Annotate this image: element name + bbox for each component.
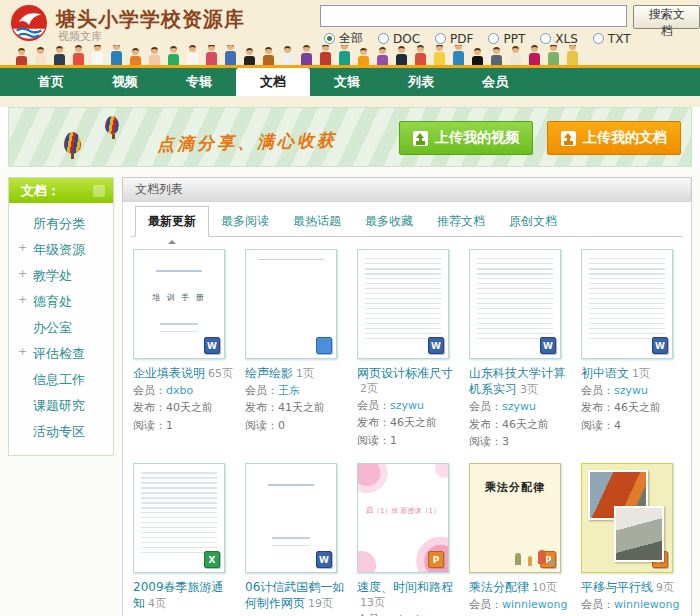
- upload-document-button[interactable]: 上传我的文档: [547, 121, 681, 155]
- file-type-icon: W: [316, 551, 332, 568]
- site-subtitle: 视频文库: [58, 29, 102, 44]
- tab-hot-topics[interactable]: 最热话题: [281, 207, 353, 236]
- expand-plus-icon[interactable]: +: [18, 345, 27, 358]
- search-area: 搜索文档: [320, 5, 700, 29]
- radio-icon[interactable]: [378, 33, 389, 44]
- sidebar-item-label: 德育处: [33, 294, 72, 309]
- filter-label: DOC: [393, 32, 420, 46]
- document-title-link[interactable]: 乘法分配律: [469, 580, 529, 594]
- filter-pdf[interactable]: PDF: [435, 32, 473, 46]
- expand-plus-icon[interactable]: +: [18, 241, 27, 254]
- member-link[interactable]: 王东: [278, 384, 300, 397]
- sidebar-item-label: 信息工作: [33, 372, 85, 387]
- reads-row: 阅读：1: [357, 434, 457, 448]
- sidebar: 文档： 所有分类 +年级资源 +教学处 +德育处 办公室 +评估检查 信息工作 …: [8, 177, 114, 456]
- document-caption: 速度、时间和路程13页 会员：winniewong 发布：71天之前: [357, 579, 457, 616]
- upload-video-button[interactable]: 上传我的视频: [399, 121, 533, 155]
- sidebar-item-info-work[interactable]: 信息工作: [9, 367, 113, 393]
- radio-icon[interactable]: [435, 33, 446, 44]
- nav-item-collection[interactable]: 文辑: [310, 68, 384, 96]
- reads-label: 阅读：: [581, 419, 614, 432]
- reads-label: 阅读：: [245, 419, 278, 432]
- nav-item-video[interactable]: 视频: [88, 68, 162, 96]
- sidebar-item-activity-zone[interactable]: 活动专区: [9, 419, 113, 445]
- nav-item-list[interactable]: 列表: [384, 68, 458, 96]
- document-caption: 2009春季旅游通知4页 会员：szywu 发布：46天之前: [133, 579, 233, 616]
- file-type-icon: P: [540, 551, 556, 568]
- radio-icon[interactable]: [324, 33, 335, 44]
- sidebar-header: 文档：: [9, 178, 113, 203]
- document-thumbnail[interactable]: W: [357, 249, 449, 359]
- member-link[interactable]: szywu: [390, 399, 424, 412]
- filter-doc[interactable]: DOC: [378, 32, 420, 46]
- document-title-link[interactable]: 2009春季旅游通知: [133, 580, 224, 610]
- tab-recommended[interactable]: 推荐文档: [425, 207, 497, 236]
- person-figure: [339, 45, 350, 65]
- filter-all[interactable]: 全部: [324, 30, 363, 47]
- document-thumbnail[interactable]: 四（1）班 新授课（1） P: [357, 463, 449, 573]
- person-figure: [73, 45, 84, 65]
- balloon-icon: [105, 116, 119, 134]
- tab-latest-updates[interactable]: 最新更新: [135, 206, 209, 237]
- file-type-icon: W: [540, 337, 556, 354]
- radio-icon[interactable]: [540, 33, 551, 44]
- member-link[interactable]: winniewong: [614, 598, 680, 611]
- radio-icon[interactable]: [593, 33, 604, 44]
- document-title-link[interactable]: 企业填表说明: [133, 366, 205, 380]
- document-thumbnail[interactable]: W: [581, 249, 673, 359]
- document-caption: 绘声绘影1页 会员：王东 发布：41天之前 阅读：0: [245, 365, 345, 433]
- filter-txt[interactable]: TXT: [593, 32, 631, 46]
- document-thumbnail[interactable]: P: [581, 463, 673, 573]
- reads-row: 阅读：3: [469, 435, 569, 449]
- nav-item-home[interactable]: 首页: [14, 68, 88, 96]
- expand-plus-icon[interactable]: +: [18, 293, 27, 306]
- reads-row: 阅读：4: [581, 419, 681, 433]
- document-thumbnail[interactable]: X: [133, 463, 225, 573]
- sidebar-item-research[interactable]: 课题研究: [9, 393, 113, 419]
- filter-ppt[interactable]: PPT: [488, 32, 525, 46]
- member-link[interactable]: szywu: [614, 384, 648, 397]
- thumbnail-text: 乘法分配律: [470, 480, 560, 495]
- upload-arrow-icon: [413, 131, 428, 146]
- document-thumbnail[interactable]: W: [245, 463, 337, 573]
- reads-value: 4: [614, 419, 621, 432]
- member-link[interactable]: winniewong: [502, 598, 568, 611]
- document-title-link[interactable]: 绘声绘影: [245, 366, 293, 380]
- tab-original[interactable]: 原创文档: [497, 207, 569, 236]
- sidebar-item-grade-resources[interactable]: +年级资源: [9, 237, 113, 263]
- document-thumbnail[interactable]: 乘法分配律 P: [469, 463, 561, 573]
- document-thumbnail[interactable]: W: [469, 249, 561, 359]
- document-thumbnail[interactable]: [245, 249, 337, 359]
- document-title-link[interactable]: 速度、时间和路程: [357, 580, 453, 594]
- nav-item-album[interactable]: 专辑: [162, 68, 236, 96]
- member-row: 会员：winniewong: [469, 598, 569, 612]
- tab-most-read[interactable]: 最多阅读: [209, 207, 281, 236]
- nav-item-documents[interactable]: 文档: [236, 68, 310, 96]
- search-input[interactable]: [320, 5, 627, 27]
- radio-icon[interactable]: [488, 33, 499, 44]
- filter-xls[interactable]: XLS: [540, 32, 578, 46]
- document-title-link[interactable]: 网页设计标准尺寸: [357, 366, 453, 380]
- person-figure: [491, 47, 502, 65]
- sidebar-item-moral-education[interactable]: +德育处: [9, 289, 113, 315]
- sidebar-item-all-categories[interactable]: 所有分类: [9, 211, 113, 237]
- reads-row: 阅读：0: [245, 419, 345, 433]
- sidebar-item-office[interactable]: 办公室: [9, 315, 113, 341]
- expand-plus-icon[interactable]: +: [18, 267, 27, 280]
- member-link[interactable]: dxbo: [166, 384, 193, 397]
- member-label: 会员：: [581, 598, 614, 611]
- document-thumbnail[interactable]: 培 训 手 册 W: [133, 249, 225, 359]
- file-type-icon: P: [428, 551, 444, 568]
- document-title-link[interactable]: 山东科技大学计算机系实习: [469, 366, 565, 396]
- person-figure: [263, 47, 274, 65]
- tab-most-favorited[interactable]: 最多收藏: [353, 207, 425, 236]
- published-label: 发布：: [245, 401, 278, 414]
- document-title-link[interactable]: 初中语文: [581, 366, 629, 380]
- member-link[interactable]: szywu: [502, 400, 536, 413]
- document-title-link[interactable]: 平移与平行线: [581, 580, 653, 594]
- sidebar-item-evaluation-check[interactable]: +评估检查: [9, 341, 113, 367]
- reads-label: 阅读：: [469, 435, 502, 448]
- sidebar-item-teaching-office[interactable]: +教学处: [9, 263, 113, 289]
- nav-item-member[interactable]: 会员: [458, 68, 532, 96]
- search-button[interactable]: 搜索文档: [633, 5, 700, 29]
